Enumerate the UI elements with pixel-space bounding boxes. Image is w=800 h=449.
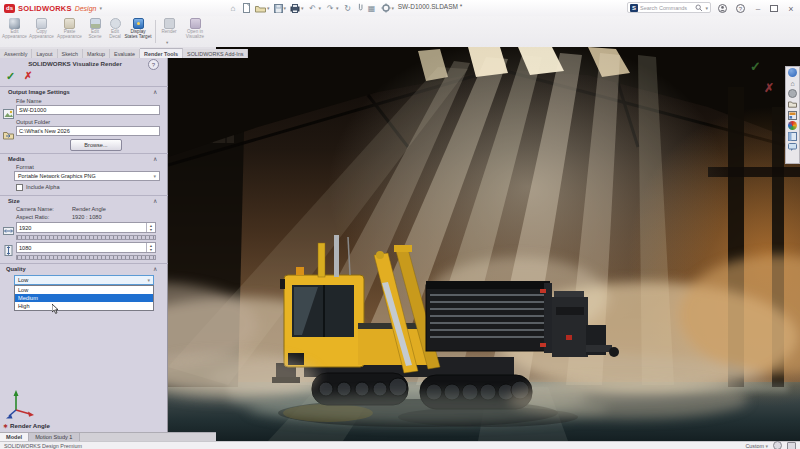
spin-down-icon[interactable]: ▼ bbox=[149, 228, 152, 232]
button-label: Render bbox=[161, 30, 176, 35]
width-spinner-arrows[interactable]: ▲ ▼ bbox=[146, 223, 155, 232]
solidworks-window: ds SOLIDWORKS Design ▾ ⌂ ▾ ▾ ▾ ↶ ▾ ↷ bbox=[0, 0, 800, 449]
width-spinbox[interactable]: 1920 ▲ ▼ bbox=[16, 222, 156, 233]
save-caret-icon[interactable]: ▾ bbox=[284, 5, 287, 11]
cancel-button[interactable]: ✗ bbox=[24, 70, 32, 81]
redo-caret-icon[interactable]: ▾ bbox=[336, 5, 339, 11]
collapse-quality-icon[interactable]: ∧ bbox=[153, 265, 157, 272]
resources-home-icon[interactable]: ⌂ bbox=[788, 78, 798, 88]
tab-sketch[interactable]: Sketch bbox=[58, 49, 83, 58]
tab-render-tools[interactable]: Render Tools bbox=[140, 48, 183, 58]
model-tab[interactable]: Model bbox=[0, 433, 29, 441]
print-caret-icon[interactable]: ▾ bbox=[301, 5, 304, 11]
search-input[interactable]: Search Commands bbox=[640, 5, 693, 11]
search-icon[interactable] bbox=[695, 4, 703, 12]
open-button[interactable]: ▾ bbox=[255, 4, 270, 13]
edit-decal-button[interactable]: Edit Decal bbox=[106, 18, 124, 45]
panel-help-icon[interactable]: ? bbox=[148, 59, 159, 70]
height-spinbox[interactable]: 1080 ▲ ▼ bbox=[16, 242, 156, 253]
collapse-size-icon[interactable]: ∧ bbox=[153, 197, 157, 204]
browse-button[interactable]: Browse... bbox=[70, 139, 122, 151]
edit-scene-button[interactable]: Edit Scene bbox=[85, 18, 105, 45]
tab-assembly[interactable]: Assembly bbox=[0, 49, 32, 58]
undo-button[interactable]: ↶ ▾ bbox=[308, 3, 322, 13]
paste-appearance-button[interactable]: Paste Appearance bbox=[56, 18, 83, 45]
user-account-icon[interactable] bbox=[716, 3, 728, 14]
width-slider[interactable] bbox=[16, 235, 156, 240]
open-caret-icon[interactable]: ▾ bbox=[267, 5, 270, 11]
tab-evaluate[interactable]: Evaluate bbox=[110, 49, 140, 58]
height-slider[interactable] bbox=[16, 255, 156, 260]
search-box[interactable]: S Search Commands ▾ bbox=[627, 2, 711, 13]
height-spinner-arrows[interactable]: ▲ ▼ bbox=[146, 243, 155, 252]
close-button[interactable]: × bbox=[785, 3, 797, 14]
task-pane-strip: ⌂ bbox=[785, 66, 800, 164]
print-button[interactable]: ▾ bbox=[290, 4, 304, 13]
status-globe-icon[interactable] bbox=[773, 441, 782, 449]
app-logo[interactable]: ds SOLIDWORKS Design ▾ bbox=[4, 2, 102, 14]
tab-markup[interactable]: Markup bbox=[83, 49, 110, 58]
media-header[interactable]: Media bbox=[8, 156, 24, 162]
confirmation-cancel-icon[interactable]: ✗ bbox=[764, 81, 774, 95]
motion-study-tab[interactable]: Motion Study 1 bbox=[29, 433, 79, 441]
confirmation-ok-icon[interactable]: ✓ bbox=[750, 59, 761, 74]
quality-header[interactable]: Quality bbox=[6, 266, 26, 272]
toolbar-separator bbox=[155, 20, 156, 43]
format-dropdown[interactable]: Portable Network Graphics PNG ▾ bbox=[14, 171, 160, 181]
save-button[interactable]: ▾ bbox=[274, 4, 287, 13]
collapse-media-icon[interactable]: ∧ bbox=[153, 155, 157, 162]
tab-solidworks-add-ins[interactable]: SOLIDWORKS Add-Ins bbox=[183, 49, 248, 58]
undo-icon: ↶ bbox=[308, 3, 318, 13]
units-value: Custom bbox=[745, 443, 764, 449]
restore-icon bbox=[770, 5, 778, 12]
display-states-target-button[interactable]: Display States Target bbox=[124, 18, 152, 45]
render-button[interactable]: Render bbox=[158, 18, 180, 45]
status-display-icon[interactable] bbox=[787, 442, 796, 449]
camera-name-label: Camera Name: bbox=[16, 206, 54, 212]
quality-dropdown[interactable]: Low ▾ bbox=[14, 275, 154, 285]
threedexperience-icon[interactable] bbox=[788, 68, 797, 77]
button-label: Display States Target bbox=[124, 30, 152, 40]
size-header[interactable]: Size bbox=[8, 198, 20, 204]
search-caret-icon[interactable]: ▾ bbox=[705, 5, 708, 11]
copy-appearance-button[interactable]: Copy Appearance bbox=[29, 18, 54, 45]
file-explorer-icon[interactable] bbox=[788, 99, 798, 109]
home-icon[interactable]: ⌂ bbox=[228, 3, 238, 13]
logo-caret-icon[interactable]: ▾ bbox=[99, 5, 102, 11]
model-tab-strip: Model Motion Study 1 bbox=[0, 432, 216, 441]
ok-button[interactable]: ✓ bbox=[6, 70, 15, 83]
undo-caret-icon[interactable]: ▾ bbox=[319, 5, 322, 11]
spin-down-icon[interactable]: ▼ bbox=[149, 248, 152, 252]
custom-properties-icon[interactable] bbox=[788, 131, 798, 141]
design-library-icon[interactable] bbox=[788, 89, 797, 98]
new-document-button[interactable] bbox=[242, 3, 251, 13]
help-icon[interactable]: ? bbox=[734, 3, 746, 14]
format-caret-icon: ▾ bbox=[153, 173, 156, 179]
quality-option-medium[interactable]: Medium bbox=[15, 294, 153, 302]
copy-appearance-icon bbox=[36, 18, 47, 29]
minimize-button[interactable]: – bbox=[752, 3, 764, 14]
svg-text:?: ? bbox=[738, 6, 742, 12]
open-in-visualize-button[interactable]: Open in Visualize bbox=[182, 18, 208, 45]
button-label: Copy Appearance bbox=[29, 30, 54, 40]
view-palette-icon[interactable] bbox=[788, 110, 798, 120]
output-folder-input[interactable] bbox=[16, 126, 160, 136]
restore-button[interactable] bbox=[768, 3, 780, 14]
quality-option-low[interactable]: Low bbox=[15, 286, 153, 294]
active-camera-label: ∗ Render Angle bbox=[3, 422, 50, 429]
units-selector[interactable]: Custom ▾ bbox=[745, 443, 768, 449]
output-settings-header[interactable]: Output Image Settings bbox=[8, 89, 70, 95]
graphics-area[interactable]: ✓ ✗ bbox=[168, 47, 800, 441]
quality-option-high[interactable]: High bbox=[15, 302, 153, 310]
appearances-scenes-icon[interactable] bbox=[788, 121, 797, 130]
redo-button[interactable]: ↷ ▾ bbox=[325, 3, 339, 13]
edit-appearance-button[interactable]: Edit Appearance bbox=[2, 18, 27, 45]
tab-layout[interactable]: Layout bbox=[32, 49, 57, 58]
commandbar-flyout-icon[interactable]: ▾ bbox=[166, 40, 168, 45]
button-label: Paste Appearance bbox=[56, 30, 83, 40]
paste-appearance-icon bbox=[64, 18, 75, 29]
collapse-output-icon[interactable]: ∧ bbox=[153, 88, 157, 95]
file-name-input[interactable] bbox=[16, 105, 160, 115]
forum-icon[interactable] bbox=[788, 142, 798, 152]
include-alpha-checkbox[interactable] bbox=[16, 184, 23, 191]
